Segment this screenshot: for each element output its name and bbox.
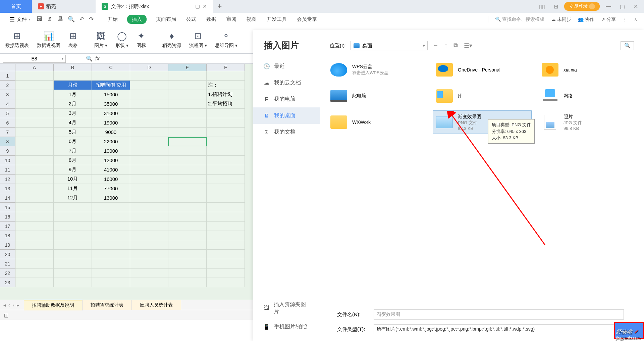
ribbon-icons[interactable]: ✦图标 <box>137 31 146 49</box>
cell[interactable] <box>92 269 130 278</box>
sidebar-item[interactable]: 🖥我的电脑 <box>253 91 320 107</box>
zoom-icon[interactable]: 🔍 <box>86 55 93 62</box>
cell[interactable]: 10000 <box>92 146 130 156</box>
file-item[interactable]: 此电脑 <box>327 84 426 108</box>
ribbon-pivot-chart[interactable]: 📊数据透视图 <box>37 31 60 49</box>
cell[interactable] <box>130 71 168 81</box>
tab-docer[interactable]: ♦ 稻壳 <box>32 0 96 13</box>
cell[interactable] <box>130 137 168 146</box>
cell[interactable] <box>15 146 54 156</box>
row-header[interactable]: 4 <box>0 99 15 109</box>
cells-grid[interactable]: 月份招聘预算费用注：1月150001.招聘计划2月350002.平均招聘3月31… <box>15 71 245 287</box>
more-icon[interactable]: ⋮ <box>623 17 627 22</box>
name-box[interactable]: E8 <box>3 55 66 63</box>
cell[interactable] <box>130 118 168 128</box>
tab-home[interactable]: 首页 <box>0 0 32 13</box>
cell[interactable]: 1月 <box>54 90 92 99</box>
cell[interactable] <box>54 231 92 240</box>
row-header[interactable]: 11 <box>0 165 15 175</box>
cell[interactable] <box>92 259 130 269</box>
file-item[interactable]: WPS云盘双击进入WPS云盘 <box>327 58 426 82</box>
layout-icon[interactable]: ▯▯ <box>536 2 548 11</box>
cell[interactable] <box>92 71 130 81</box>
menu-formula[interactable]: 公式 <box>185 15 197 24</box>
column-header[interactable]: E <box>168 64 207 71</box>
cell[interactable] <box>130 175 168 184</box>
cell[interactable]: 4月 <box>54 118 92 128</box>
new-tab-button[interactable]: + <box>213 2 226 11</box>
ribbon-shape[interactable]: ◯形状 ▾ <box>115 31 128 49</box>
cell[interactable] <box>15 240 54 250</box>
cell[interactable]: 35000 <box>92 99 130 109</box>
sheet-tab[interactable]: 应聘人员统计表 <box>132 300 181 310</box>
sync-status[interactable]: ☁ 未同步 <box>551 16 571 22</box>
tab-file-active[interactable]: S 文件2：招聘.xlsx ▢ ✕ <box>96 0 213 13</box>
cell[interactable] <box>168 81 207 90</box>
file-item[interactable]: 网络 <box>538 84 637 108</box>
tab-restore-icon[interactable]: ▢ <box>195 3 200 9</box>
cell[interactable] <box>130 231 168 240</box>
cell[interactable] <box>207 212 245 222</box>
file-menu[interactable]: ☰ 文件 ▾ <box>7 14 33 25</box>
cell[interactable] <box>130 184 168 193</box>
cell[interactable]: 13000 <box>92 193 130 203</box>
cell[interactable] <box>130 269 168 278</box>
file-item[interactable]: 照片JPG 文件99.8 KB <box>538 110 637 134</box>
cell[interactable] <box>168 99 207 109</box>
cell[interactable] <box>54 250 92 259</box>
up-icon[interactable]: ↑ <box>444 42 447 49</box>
menu-devtools[interactable]: 开发工具 <box>266 15 287 24</box>
cell[interactable] <box>207 278 245 287</box>
cell[interactable] <box>130 222 168 231</box>
menu-review[interactable]: 审阅 <box>226 15 237 24</box>
sidebar-item[interactable]: 🖥我的桌面 <box>253 107 320 124</box>
cell[interactable] <box>168 146 207 156</box>
cell[interactable] <box>54 203 92 212</box>
file-item[interactable]: xia xia <box>538 58 637 82</box>
collab-button[interactable]: 👥 协作 <box>578 16 594 22</box>
filetype-input[interactable] <box>374 324 624 334</box>
cell[interactable] <box>168 71 207 81</box>
cell[interactable]: 22000 <box>92 137 130 146</box>
ribbon-flowchart[interactable]: ⊡流程图 ▾ <box>189 31 207 49</box>
file-item[interactable]: OneDrive - Personal <box>433 58 532 82</box>
minimize-button[interactable]: — <box>603 2 614 11</box>
sidebar-item[interactable]: 🗎我的文档 <box>253 124 320 140</box>
cell[interactable] <box>168 109 207 118</box>
cell[interactable] <box>15 71 54 81</box>
column-header[interactable]: B <box>54 64 92 71</box>
ribbon-table[interactable]: ⊞表格 <box>68 31 78 49</box>
cell[interactable] <box>207 137 245 146</box>
sheet-prev-icon[interactable]: ‹ <box>8 302 10 308</box>
file-item[interactable]: WXWork <box>327 110 426 134</box>
view-mode-icon[interactable]: ☰▾ <box>464 42 472 49</box>
ribbon-picture[interactable]: 🖼图片 ▾ <box>94 31 107 49</box>
menu-insert[interactable]: 插入 <box>127 15 147 24</box>
cell[interactable] <box>15 165 54 175</box>
cell[interactable] <box>15 231 54 240</box>
cell[interactable] <box>168 156 207 165</box>
row-header[interactable]: 13 <box>0 184 15 193</box>
row-header[interactable]: 16 <box>0 212 15 222</box>
back-icon[interactable]: ← <box>432 42 438 49</box>
cell[interactable]: 16000 <box>92 175 130 184</box>
insert-resource-folder[interactable]: 🖼插入资源夹图片 <box>263 297 310 319</box>
login-button[interactable]: 立即登录 <box>564 2 600 11</box>
cell[interactable] <box>130 81 168 90</box>
cell[interactable] <box>130 240 168 250</box>
close-button[interactable]: ✕ <box>631 2 641 11</box>
cell[interactable] <box>168 250 207 259</box>
menu-member[interactable]: 会员专享 <box>296 15 318 24</box>
cell[interactable] <box>168 231 207 240</box>
fx-icon[interactable]: fx <box>95 56 99 62</box>
cell[interactable] <box>207 193 245 203</box>
cell[interactable]: 招聘预算费用 <box>92 81 130 90</box>
sheet-tab[interactable]: 招聘需求统计表 <box>83 300 132 310</box>
cell[interactable] <box>92 203 130 212</box>
cell[interactable] <box>207 222 245 231</box>
row-header[interactable]: 9 <box>0 146 15 156</box>
row-header[interactable]: 10 <box>0 156 15 165</box>
row-header[interactable]: 14 <box>0 193 15 203</box>
cell[interactable] <box>130 156 168 165</box>
cell[interactable]: 41000 <box>92 165 130 175</box>
